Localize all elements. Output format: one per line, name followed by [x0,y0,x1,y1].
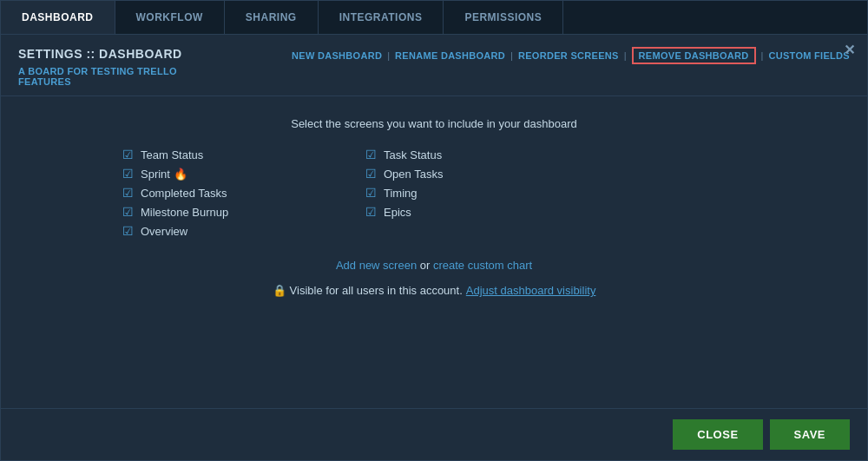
tab-integrations[interactable]: INTEGRATIONS [319,1,444,34]
tab-bar: DASHBOARD WORKFLOW SHARING INTEGRATIONS … [1,1,867,35]
checkbox-timing[interactable]: ☑ [365,186,377,200]
screen-epics[interactable]: ☑ Epics [365,205,556,219]
checkbox-milestone-burnup[interactable]: ☑ [122,205,134,219]
tab-sharing[interactable]: SHARING [225,1,319,34]
close-button[interactable]: CLOSE [673,419,762,450]
reorder-screens-link[interactable]: REORDER SCREENS [518,49,619,63]
tab-dashboard[interactable]: DASHBOARD [1,1,115,34]
add-new-screen-link[interactable]: Add new screen [336,259,417,272]
create-custom-chart-link[interactable]: create custom chart [433,259,532,272]
content-area: Select the screens you want to include i… [1,96,867,408]
screens-grid: ☑ Team Status ☑ Task Status ☑ Sprint 🔥 ☑… [122,148,832,238]
checkbox-sprint[interactable]: ☑ [122,167,134,181]
visibility-row: 🔒 Visible for all users in this account.… [36,284,832,297]
modal-header: SETTINGS :: DASHBOARD A BOARD FOR TESTIN… [1,35,867,96]
screen-team-status[interactable]: ☑ Team Status [122,148,313,161]
board-name-link[interactable]: A BOARD FOR TESTING TRELLO FEATURES [18,66,182,87]
lock-icon: 🔒 [273,284,286,297]
screen-sprint[interactable]: ☑ Sprint 🔥 [122,167,313,181]
header-left: SETTINGS :: DASHBOARD A BOARD FOR TESTIN… [18,47,182,87]
adjust-visibility-link[interactable]: Adjust dashboard visibility [466,284,596,297]
visibility-text: Visible for all users in this account. [290,284,463,297]
modal-close-button[interactable]: ✕ [844,43,855,57]
screen-timing[interactable]: ☑ Timing [365,186,556,200]
footer: CLOSE SAVE [1,408,867,460]
header-actions: NEW DASHBOARD | RENAME DASHBOARD | REORD… [292,47,850,64]
screen-task-status[interactable]: ☑ Task Status [365,148,556,161]
checkbox-overview[interactable]: ☑ [122,224,134,238]
add-screen-row: Add new screen or create custom chart [36,259,832,272]
checkbox-epics[interactable]: ☑ [365,205,377,219]
checkbox-completed-tasks[interactable]: ☑ [122,186,134,200]
checkbox-open-tasks[interactable]: ☑ [365,167,377,181]
screen-open-tasks[interactable]: ☑ Open Tasks [365,167,556,181]
tab-workflow[interactable]: WORKFLOW [115,1,225,34]
new-dashboard-link[interactable]: NEW DASHBOARD [292,49,382,63]
modal-body: SETTINGS :: DASHBOARD A BOARD FOR TESTIN… [1,35,867,460]
settings-title: SETTINGS :: DASHBOARD [18,47,182,61]
modal: DASHBOARD WORKFLOW SHARING INTEGRATIONS … [0,0,868,461]
or-text: or [417,259,433,272]
tab-permissions[interactable]: PERMISSIONS [444,1,563,34]
checkbox-team-status[interactable]: ☑ [122,148,134,161]
select-screens-label: Select the screens you want to include i… [36,117,832,130]
screen-milestone-burnup[interactable]: ☑ Milestone Burnup [122,205,313,219]
screen-completed-tasks[interactable]: ☑ Completed Tasks [122,186,313,200]
custom-fields-link[interactable]: CUSTOM FIELDS [768,49,850,63]
rename-dashboard-link[interactable]: RENAME DASHBOARD [395,49,505,63]
remove-dashboard-link[interactable]: REMOVE DASHBOARD [632,47,756,64]
screen-overview[interactable]: ☑ Overview [122,224,313,238]
save-button[interactable]: SAVE [770,419,850,450]
checkbox-task-status[interactable]: ☑ [365,148,377,161]
